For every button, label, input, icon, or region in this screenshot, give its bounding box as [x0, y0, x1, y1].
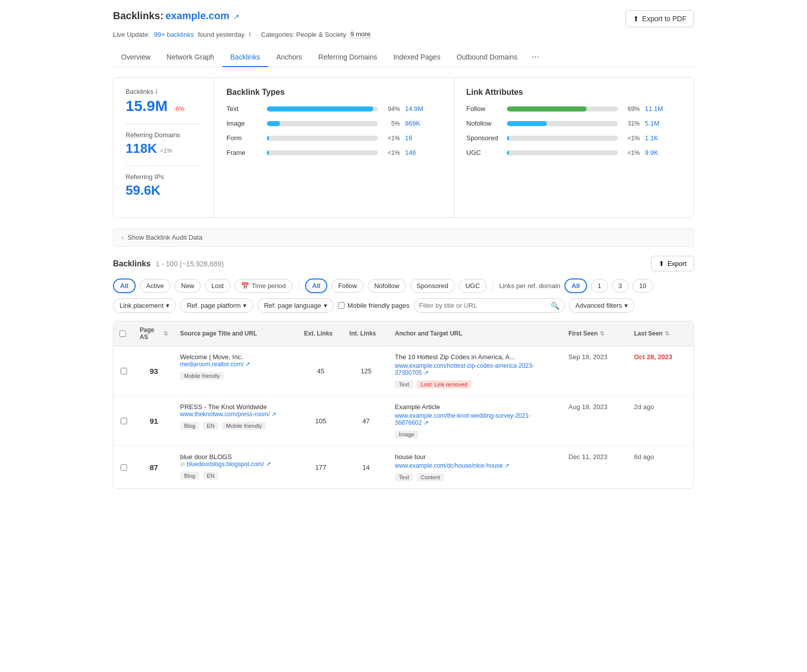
source-url-link-3[interactable]: bluedoorblogs.blogspot.com/ ↗ — [187, 461, 271, 468]
filter-divider-2 — [493, 281, 493, 291]
ext-links-3: 177 — [298, 446, 343, 488]
page-as-2: 91 — [134, 396, 174, 445]
link-attributes-chart: Link Attributes Follow 69% 11.1M Nofollo… — [454, 78, 694, 217]
search-input[interactable] — [419, 299, 548, 312]
time-period-button[interactable]: 📅 Time period — [235, 279, 293, 293]
backlinks-link[interactable]: 99+ backlinks — [154, 31, 194, 38]
anchor-url-2: Example Article www.example.com/the-knot… — [389, 396, 562, 445]
filter-active[interactable]: Active — [140, 279, 170, 293]
tag-mobile-friendly: Mobile friendly — [222, 422, 266, 430]
tab-overview[interactable]: Overview — [113, 48, 158, 67]
search-icon: 🔍 — [551, 302, 559, 310]
chart-row-text: Text 94% 14.9M — [226, 105, 442, 113]
filter-links-per-ref-all[interactable]: All — [564, 278, 587, 293]
table-header: Page AS ⇅ Source page Title and URL Ext.… — [113, 321, 694, 346]
th-first-seen: First Seen ⇅ — [562, 321, 628, 346]
filter-all-link-type[interactable]: All — [305, 278, 328, 293]
link-placement-dropdown[interactable]: Link placement ▾ — [113, 298, 176, 313]
filter-sponsored[interactable]: Sponsored — [410, 279, 455, 293]
ref-page-platform-dropdown[interactable]: Ref. page platform ▾ — [180, 298, 253, 313]
sort-icon: ⇅ — [163, 330, 168, 337]
ref-page-language-dropdown[interactable]: Ref. page language ▾ — [257, 298, 333, 313]
chart-row-image: Image 5% 869K — [226, 120, 442, 127]
th-ext-links: Ext. Links — [298, 321, 343, 346]
referring-ips-stat: Referring IPs 59.6K — [126, 173, 202, 198]
tag-en: EN — [203, 472, 218, 480]
sort-icon-first: ⇅ — [600, 330, 604, 337]
export-button[interactable]: ⬆ Export — [651, 256, 694, 271]
filter-follow[interactable]: Follow — [331, 279, 364, 293]
filter-links-per-ref-3[interactable]: 3 — [612, 279, 628, 293]
select-all-checkbox[interactable] — [120, 330, 126, 337]
page-header: Backlinks: example.com ↗ ⬆ Export to PDF — [113, 10, 694, 27]
chart-row-nofollow: Nofollow 31% 5.1M — [467, 120, 682, 127]
tab-outbound-domains[interactable]: Outbound Domains — [448, 48, 526, 67]
tag-text-3: Text — [395, 473, 413, 481]
first-seen-3: Dec 11, 2023 — [562, 446, 628, 488]
row-checkbox-1[interactable] — [113, 346, 134, 396]
ext-links-1: 45 — [298, 346, 343, 396]
row-checkbox-3[interactable] — [113, 446, 134, 488]
filter-nofollow[interactable]: Nofollow — [368, 279, 406, 293]
tag-blog: Blog — [180, 422, 199, 430]
tag-lost-1: Lost: Link removed — [417, 380, 472, 388]
table-row: 91 PRESS - The Knot Worldwide www.thekno… — [113, 396, 694, 446]
int-links-3: 14 — [343, 446, 389, 488]
filter-row-1: All Active New Lost 📅 Time period All Fo… — [113, 278, 694, 293]
upload-icon: ⬆ — [633, 15, 639, 23]
tab-referring-domains[interactable]: Referring Domains — [310, 48, 385, 67]
filter-all-status[interactable]: All — [113, 278, 136, 293]
chevron-down-icon: ▾ — [166, 302, 169, 309]
backlinks-section: Backlinks 1 - 100 (~15,928,689) ⬆ Export… — [113, 256, 694, 489]
tab-network-graph[interactable]: Network Graph — [158, 48, 222, 67]
audit-row[interactable]: › Show Backlink Audit Data — [113, 228, 694, 247]
source-page-1: Welcome | Move, Inc. mediaroom.realtor.c… — [174, 346, 298, 396]
tag-content: Content — [417, 473, 444, 481]
chevron-right-icon: › — [122, 234, 124, 241]
calendar-icon: 📅 — [241, 282, 249, 290]
th-checkbox — [113, 321, 134, 346]
tag-en: EN — [203, 422, 218, 430]
search-filter-box[interactable]: 🔍 — [414, 298, 565, 313]
tab-more[interactable]: ··· — [526, 47, 545, 67]
last-seen-3: 6d ago — [628, 446, 694, 488]
mobile-friendly-checkbox-label[interactable]: Mobile friendly pages — [338, 302, 410, 309]
more-categories-link[interactable]: 9 more — [350, 30, 370, 38]
backlink-types-chart: Backlink Types Text 94% 14.9M Image 5% 8… — [214, 78, 454, 217]
filter-links-per-ref-1[interactable]: 1 — [591, 279, 608, 293]
chart-row-frame: Frame <1% 146 — [226, 149, 442, 156]
sort-icon-last: ⇅ — [665, 330, 669, 337]
source-url-link-1[interactable]: mediaroom.realtor.com/ ↗ — [180, 361, 292, 368]
filter-lost[interactable]: Lost — [205, 279, 230, 293]
filter-row-2: Link placement ▾ Ref. page platform ▾ Re… — [113, 298, 694, 313]
tab-indexed-pages[interactable]: Indexed Pages — [385, 48, 448, 67]
chart-row-follow: Follow 69% 11.1M — [467, 105, 682, 113]
anchor-link-2[interactable]: www.example.com/the-knot-wedding-survey-… — [395, 412, 556, 426]
advanced-filters-button[interactable]: Advanced filters ▾ — [569, 298, 635, 313]
source-page-3: blue door BLOGS ⊘ bluedoorblogs.blogspot… — [174, 446, 298, 488]
anchor-link-1[interactable]: www.example.com/hottest-zip-codes-americ… — [395, 362, 556, 376]
export-pdf-button[interactable]: ⬆ Export to PDF — [625, 10, 694, 27]
tag-blog: Blog — [180, 472, 199, 480]
row-checkbox-2[interactable] — [113, 396, 134, 445]
mobile-friendly-checkbox[interactable] — [338, 302, 344, 309]
last-seen-1: Oct 28, 2023 — [628, 346, 694, 396]
tab-backlinks[interactable]: Backlinks — [222, 48, 268, 67]
filter-ugc[interactable]: UGC — [459, 279, 487, 293]
table-row: 93 Welcome | Move, Inc. mediaroom.realto… — [113, 346, 694, 396]
filter-links-per-ref-10[interactable]: 10 — [632, 279, 653, 293]
chevron-down-icon: ▾ — [324, 302, 327, 309]
filter-new[interactable]: New — [175, 279, 201, 293]
th-page-as: Page AS ⇅ — [134, 321, 174, 346]
th-anchor-url: Anchor and Target URL — [389, 321, 562, 346]
backlinks-table: Page AS ⇅ Source page Title and URL Ext.… — [113, 321, 694, 489]
tab-anchors[interactable]: Anchors — [268, 48, 310, 67]
anchor-link-3[interactable]: www.example.com/dc/house/nice-house ↗ — [395, 462, 556, 469]
last-seen-2: 2d ago — [628, 396, 694, 445]
chart-row-form: Form <1% 16 — [226, 134, 442, 142]
tag-image: Image — [395, 430, 419, 438]
source-url-link-2[interactable]: www.theknotww.com/press-room/ ↗ — [180, 411, 292, 418]
subheader: Live Update: 99+ backlinks found yesterd… — [113, 30, 694, 38]
filter-divider — [299, 281, 299, 291]
external-link-icon: ↗ — [234, 13, 240, 21]
